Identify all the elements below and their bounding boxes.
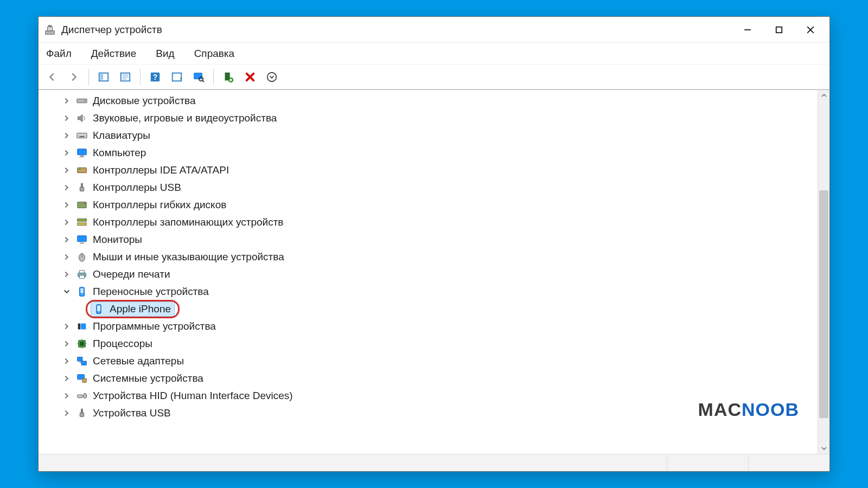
tree-category-label: Устройства USB bbox=[93, 407, 171, 419]
chevron-right-icon[interactable] bbox=[62, 253, 71, 261]
uninstall-device-button[interactable] bbox=[241, 68, 259, 86]
tree-category[interactable]: Устройства HID (Human Interface Devices) bbox=[52, 387, 818, 404]
status-panel bbox=[667, 454, 748, 471]
title-bar: Диспетчер устройств bbox=[39, 17, 829, 43]
ide-icon bbox=[75, 164, 88, 177]
menu-view[interactable]: Вид bbox=[152, 46, 177, 62]
vertical-scrollbar[interactable] bbox=[818, 90, 829, 454]
tree-category-label: Мыши и иные указывающие устройства bbox=[93, 251, 284, 263]
tree-category-label: Контроллеры запоминающих устройств bbox=[93, 216, 283, 228]
scroll-thumb[interactable] bbox=[819, 190, 828, 418]
back-button[interactable] bbox=[43, 68, 61, 86]
chevron-right-icon[interactable] bbox=[62, 235, 71, 244]
tree-device[interactable]: Apple iPhone bbox=[52, 300, 818, 318]
tree-category-label: Компьютер bbox=[93, 147, 146, 159]
tree-category-label: Дисковые устройства bbox=[93, 95, 196, 107]
tree-category[interactable]: Программные устройства bbox=[52, 318, 818, 335]
update-driver-button[interactable] bbox=[189, 68, 208, 86]
chevron-right-icon[interactable] bbox=[62, 114, 71, 123]
chevron-right-icon[interactable] bbox=[62, 322, 71, 331]
app-icon bbox=[44, 24, 56, 36]
chevron-right-icon[interactable] bbox=[62, 391, 71, 400]
window-controls bbox=[732, 17, 826, 42]
tree-category[interactable]: Мыши и иные указывающие устройства bbox=[52, 248, 818, 266]
hdd-icon bbox=[75, 94, 88, 107]
chevron-right-icon[interactable] bbox=[62, 270, 71, 279]
tree-category-label: Контроллеры IDE ATA/ATAPI bbox=[93, 164, 229, 176]
maximize-button[interactable] bbox=[763, 17, 795, 42]
help-button[interactable] bbox=[146, 68, 164, 86]
menu-file[interactable]: Файл bbox=[43, 46, 75, 62]
tree-category-label: Сетевые адаптеры bbox=[93, 355, 184, 367]
minimize-button[interactable] bbox=[732, 17, 763, 42]
usb-icon bbox=[75, 181, 88, 194]
tree-device-label: Apple iPhone bbox=[110, 303, 171, 315]
status-bar bbox=[39, 454, 829, 471]
portable-icon bbox=[75, 285, 88, 298]
chevron-right-icon[interactable] bbox=[62, 218, 71, 227]
separator bbox=[140, 69, 141, 85]
netadapter-icon bbox=[75, 355, 88, 368]
chevron-right-icon[interactable] bbox=[62, 374, 71, 383]
mouse-icon bbox=[75, 251, 88, 264]
tree-category[interactable]: Компьютер bbox=[52, 144, 818, 162]
tree-category-label: Мониторы bbox=[93, 234, 142, 246]
device-manager-window: Диспетчер устройств Файл Действие Вид Сп… bbox=[38, 16, 830, 472]
tree-category[interactable]: Дисковые устройства bbox=[52, 92, 818, 110]
properties-button[interactable] bbox=[116, 68, 135, 86]
show-hide-console-tree-button[interactable] bbox=[94, 68, 113, 86]
cpu-icon bbox=[75, 337, 88, 350]
tree-category[interactable]: Сетевые адаптеры bbox=[52, 352, 818, 370]
chevron-down-icon[interactable] bbox=[62, 287, 71, 296]
chevron-right-icon[interactable] bbox=[62, 166, 71, 175]
scroll-up-icon[interactable] bbox=[818, 90, 829, 101]
tree-category[interactable]: Контроллеры IDE ATA/ATAPI bbox=[52, 162, 818, 179]
tree-category[interactable]: Системные устройства bbox=[52, 370, 818, 387]
chevron-right-icon[interactable] bbox=[62, 357, 71, 365]
close-button[interactable] bbox=[795, 17, 826, 42]
tree-category-label: Устройства HID (Human Interface Devices) bbox=[93, 390, 293, 402]
tree-category[interactable]: Контроллеры запоминающих устройств bbox=[52, 214, 818, 231]
forward-button[interactable] bbox=[65, 68, 83, 86]
chevron-right-icon[interactable] bbox=[62, 149, 71, 157]
tree-category[interactable]: Устройства USB bbox=[52, 404, 818, 422]
tree-category[interactable]: Клавиатуры bbox=[52, 127, 818, 144]
hid-icon bbox=[75, 389, 88, 402]
window-title: Диспетчер устройств bbox=[61, 24, 162, 36]
tree-category[interactable]: Контроллеры USB bbox=[52, 179, 818, 196]
separator bbox=[88, 69, 89, 85]
chevron-right-icon[interactable] bbox=[62, 409, 71, 418]
computer-icon bbox=[75, 146, 88, 159]
tree-category[interactable]: Очереди печати bbox=[52, 266, 818, 283]
scan-hardware-button[interactable] bbox=[168, 68, 186, 86]
keyboard-icon bbox=[75, 129, 88, 142]
tree-category-label: Переносные устройства bbox=[93, 286, 209, 298]
tree-category[interactable]: Мониторы bbox=[52, 231, 818, 248]
scroll-down-icon[interactable] bbox=[818, 443, 829, 454]
tree-category[interactable]: Процессоры bbox=[52, 335, 818, 352]
tree-category[interactable]: Переносные устройства bbox=[52, 283, 818, 300]
tree-category-label: Процессоры bbox=[93, 338, 152, 350]
chevron-right-icon[interactable] bbox=[62, 131, 71, 140]
toolbar bbox=[39, 65, 829, 89]
chevron-right-icon[interactable] bbox=[62, 339, 71, 348]
menu-help[interactable]: Справка bbox=[191, 46, 238, 62]
chevron-right-icon[interactable] bbox=[62, 183, 71, 192]
tree-category-label: Звуковые, игровые и видеоустройства bbox=[93, 112, 277, 124]
more-actions-button[interactable] bbox=[263, 68, 281, 86]
content-pane: Дисковые устройстваЗвуковые, игровые и в… bbox=[39, 89, 829, 454]
tree-category[interactable]: Контроллеры гибких дисков bbox=[52, 196, 818, 214]
tree-category-label: Контроллеры гибких дисков bbox=[93, 199, 226, 211]
chevron-right-icon[interactable] bbox=[62, 97, 71, 105]
tree-category[interactable]: Звуковые, игровые и видеоустройства bbox=[52, 110, 818, 127]
printer-icon bbox=[75, 268, 88, 281]
add-legacy-hardware-button[interactable] bbox=[219, 68, 238, 86]
device-tree[interactable]: Дисковые устройстваЗвуковые, игровые и в… bbox=[39, 90, 818, 454]
menu-bar: Файл Действие Вид Справка bbox=[39, 43, 829, 65]
tree-device-selected[interactable]: Apple iPhone bbox=[91, 301, 175, 317]
status-panel bbox=[39, 454, 667, 471]
menu-action[interactable]: Действие bbox=[88, 46, 140, 62]
tree-category-label: Очереди печати bbox=[93, 268, 170, 280]
usb-icon bbox=[75, 407, 88, 420]
chevron-right-icon[interactable] bbox=[62, 201, 71, 209]
